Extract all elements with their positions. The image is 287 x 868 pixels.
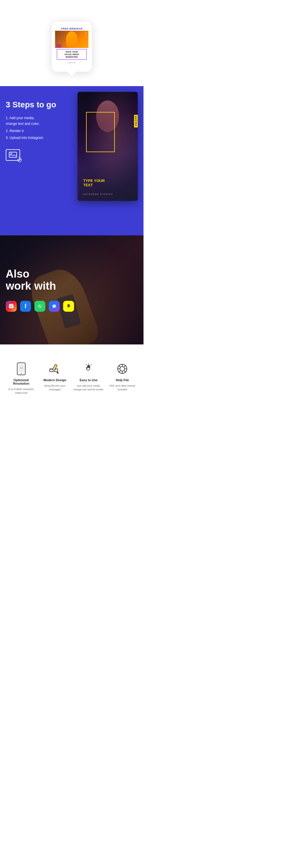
features-section: 9:16 Optimized Resolution 9:16 FullHD re… [0, 344, 144, 412]
step-2: 2. Render it [6, 128, 63, 134]
card-main-text: TYPE YOUR TEXT [83, 179, 132, 187]
step-3: 3. Upload into Instagram [6, 135, 63, 141]
phone-section: FREE WEBINAR ✦ ROCK YOUR SOCIAL MEDIA M [0, 0, 144, 86]
feature-optimized-resolution: 9:16 Optimized Resolution 9:16 FullHD re… [6, 362, 37, 395]
phone-icon-wrap: 9:16 [14, 362, 28, 376]
media-icon-container [6, 149, 63, 161]
whatsapp-icon[interactable] [34, 301, 45, 312]
steps-section: 3 Steps to go 1. Add your media, change … [0, 86, 144, 236]
wave-line-1 [56, 44, 61, 45]
steps-list: 1. Add your media, change text and color… [6, 115, 63, 141]
feature-desc-design: Bring life into your messages [40, 384, 71, 391]
step-1: 1. Add your media, change text and color… [6, 115, 63, 127]
feature-name-resolution: Optimized Resolution [6, 378, 37, 385]
wave-line-3 [56, 47, 61, 48]
svg-rect-0 [9, 152, 17, 157]
also-work-title: Also work with [6, 268, 74, 292]
also-line2: work with [6, 280, 74, 292]
feature-modern-design: Modern Design Bring life into your messa… [40, 362, 71, 395]
svg-point-23 [120, 367, 125, 371]
media-icon [6, 149, 20, 161]
card-text: TYPE YOUR TEXT NSTAGRAM STORIES [83, 179, 132, 195]
svg-text:TV: TV [10, 305, 12, 307]
webinar-image: ✦ [55, 31, 88, 48]
webinar-title-line1: ROCK YOUR [58, 51, 85, 53]
pencil-icon-wrap [47, 362, 62, 376]
svg-line-30 [124, 365, 126, 367]
svg-point-10 [21, 373, 22, 374]
quotes-badge: QUOTES [134, 115, 138, 127]
phone-inner: FREE WEBINAR ✦ ROCK YOUR SOCIAL MEDIA M [55, 26, 88, 67]
svg-line-29 [124, 371, 126, 372]
lifebuoy-icon [117, 363, 128, 375]
arrow-down: ↓ [55, 64, 88, 67]
steps-content: 3 Steps to go 1. Add your media, change … [6, 98, 138, 161]
image-icon [9, 152, 17, 158]
webinar-text-box: ROCK YOUR SOCIAL MEDIA MARKETING [57, 49, 87, 60]
svg-line-31 [119, 371, 121, 372]
social-icons: TV f [6, 301, 74, 312]
instagram-card: QUOTES TYPE YOUR TEXT NSTAGRAM STORIES [77, 92, 138, 201]
card-bg: QUOTES TYPE YOUR TEXT NSTAGRAM STORIES [77, 92, 138, 201]
facebook-icon[interactable]: f [20, 301, 31, 312]
svg-line-21 [86, 364, 87, 365]
card-subtitle: NSTAGRAM STORIES [83, 193, 132, 195]
hand-icon-wrap [82, 362, 96, 376]
feature-desc-help: PDF and video tutorial included [107, 384, 138, 391]
steps-title: 3 Steps to go [6, 100, 63, 110]
svg-rect-3 [10, 304, 11, 305]
person-silhouette [66, 31, 77, 47]
cursor-icon [17, 157, 23, 164]
pencil-icon [49, 363, 61, 375]
phone-mockup: FREE WEBINAR ✦ ROCK YOUR SOCIAL MEDIA M [52, 22, 92, 72]
snapchat-icon[interactable] [63, 301, 74, 312]
feature-desc-resolution: 9:16 FullHD resolution 1080x1920 [6, 388, 37, 395]
star-decoration: ✦ [85, 32, 87, 35]
feature-easy-use: Easy to Use Just add your media, change … [73, 362, 104, 395]
phone-icon: 9:16 [16, 363, 26, 375]
feature-name-design: Modern Design [44, 378, 66, 382]
svg-text:9:16: 9:16 [20, 367, 23, 369]
webinar-title-line2: SOCIAL MEDIA [58, 53, 85, 56]
wavy-lines [56, 44, 61, 48]
features-grid: 9:16 Optimized Resolution 9:16 FullHD re… [6, 362, 138, 395]
dark-section-text: Also work with TV f [0, 254, 80, 326]
dark-section: Also work with TV f [0, 236, 144, 344]
phone-arrow [67, 72, 76, 76]
also-line1: Also [6, 268, 74, 280]
register-text: register now [55, 61, 88, 64]
svg-line-20 [91, 364, 92, 365]
feature-help-file: Help File PDF and video tutorial include… [107, 362, 138, 395]
webinar-title-line3: MARKETING [58, 56, 85, 58]
svg-rect-4 [12, 304, 12, 305]
igtv-icon[interactable]: TV [6, 301, 17, 312]
feature-desc-easy: Just add your media, change text and hit… [73, 384, 104, 391]
hand-ease-icon [84, 363, 94, 375]
feature-name-help: Help File [116, 378, 129, 382]
steps-left: 3 Steps to go 1. Add your media, change … [6, 98, 63, 161]
messenger-icon[interactable] [49, 301, 60, 312]
lifebuoy-icon-wrap [115, 362, 129, 376]
wave-line-2 [56, 45, 61, 46]
svg-point-7 [52, 304, 57, 309]
svg-line-28 [119, 365, 121, 367]
feature-name-easy: Easy to Use [80, 378, 98, 382]
webinar-label: FREE WEBINAR [55, 26, 88, 31]
yellow-rect [86, 112, 115, 152]
